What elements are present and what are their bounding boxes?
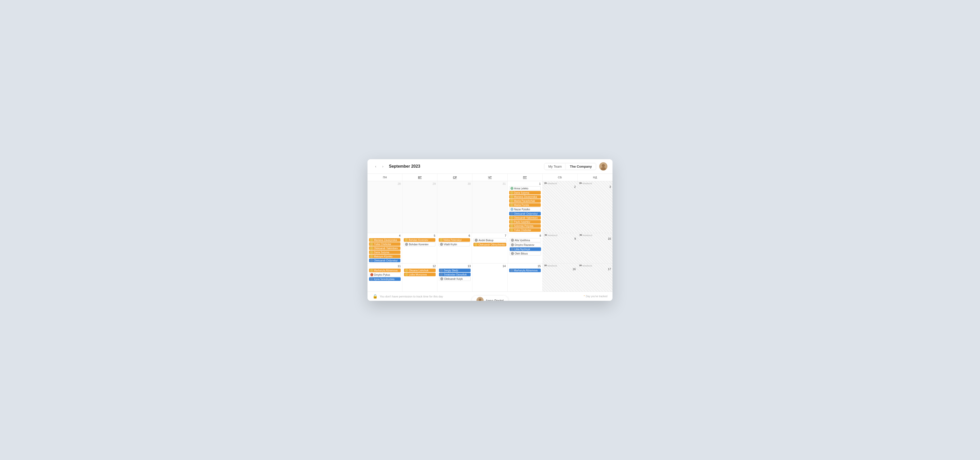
events-day-6: Nikita Pelenskyi Vitalii Krytin [439, 238, 470, 246]
weekend-label: Weekend [579, 234, 611, 236]
event[interactable]: Bohdan Koreniev [404, 238, 435, 242]
day-header-sun: нд [578, 174, 612, 181]
event[interactable]: Mariia Punda [509, 203, 541, 207]
event[interactable]: Oksana Lishchuk [404, 268, 436, 272]
event[interactable]: Dmytro Pykus [369, 273, 401, 277]
events-day-8: Alla Vyelihina Dmytro Riazanov Liliia Ny… [510, 238, 541, 256]
calendar-header: ‹ › September 2023 My Team The Company [368, 159, 612, 174]
view-tabs: My Team The Company [544, 163, 596, 170]
events-day-11: Marharyta Abramova Dmytro Pykus Iryna Se… [369, 268, 401, 281]
event[interactable]: Oleh Bilous [510, 251, 541, 256]
events-day-15: Marharyta Abramova [509, 268, 541, 272]
prev-month-button[interactable]: ‹ [372, 163, 379, 169]
weekend-label: Weekend [579, 265, 611, 267]
event[interactable]: Liliia Nyzhnyk [510, 248, 541, 251]
month-title: September 2023 [389, 164, 544, 169]
day-header-mon: пн [368, 174, 402, 181]
event[interactable]: Mariia Parashchak [509, 199, 541, 203]
day-2[interactable]: Weekend 2 [542, 181, 578, 233]
event[interactable]: Maksym Klymko [369, 254, 401, 258]
event[interactable]: Oleksandr Kulyk [439, 277, 471, 281]
lock-icon: 🔒 [372, 294, 378, 299]
event[interactable]: Alla Vyelihina [510, 238, 541, 242]
event[interactable]: Mariana Zavarynska [509, 195, 541, 198]
permission-text: You don't have permission to track time … [380, 295, 443, 298]
weekend-label: Weekend [544, 265, 576, 267]
event[interactable]: Nikita Pelenskyi [439, 238, 470, 242]
day-10[interactable]: Weekend 10 [578, 233, 612, 263]
event[interactable]: Andrii Biskup [473, 238, 506, 242]
event[interactable]: Pavlo Ivashkiv [509, 220, 541, 224]
events-day-12: Oksana Lishchuk Lidiia Morozova [404, 268, 436, 276]
day-17[interactable]: Weekend 17 [578, 264, 612, 292]
day-header-fri: пт [508, 174, 542, 181]
svg-point-1 [602, 164, 605, 167]
user-avatar[interactable] [599, 162, 608, 171]
day-14[interactable]: 14 [473, 264, 508, 292]
day-28[interactable]: 28 [368, 181, 402, 233]
events-day-7: Andrii Biskup Oleksandr Oliinychenko [473, 238, 506, 246]
day-30[interactable]: 30 [438, 181, 473, 233]
day-13[interactable]: 13 Sergiy Sledz Sviatoslav Davydiuk Olek… [438, 264, 473, 292]
event[interactable]: Daria Sulyma [369, 251, 401, 254]
day-11[interactable]: 11 Marharyta Abramova Dmytro Pykus Iryna… [368, 264, 402, 292]
week-row: 28 29 30 31 1 Anna Leleko Daria Sulyma M… [368, 181, 612, 233]
event[interactable]: Yuliia Chebotar [369, 242, 401, 246]
day-7[interactable]: 7 Andrii Biskup Oleksandr Oliinychenko [472, 233, 508, 263]
event[interactable]: Vitalii Krytin [439, 242, 470, 246]
weekend-label: Weekend [579, 182, 611, 185]
day-5[interactable]: 5 Bohdan Koreniev Bohdan Koreniev [402, 233, 437, 263]
day-3[interactable]: Weekend 3 [578, 181, 612, 233]
user-bar[interactable]: Anna Postol [472, 295, 508, 301]
event[interactable]: Daria Sulyma [509, 191, 541, 195]
calendar-grid: пн вт ср чт пт сб нд 28 29 30 31 1 Anna … [368, 174, 612, 292]
event[interactable]: Sviatoslav Davydiuk [439, 273, 471, 276]
event[interactable]: Marharyta Abramova [369, 268, 401, 272]
day-headers: пн вт ср чт пт сб нд [368, 174, 612, 181]
event[interactable]: Iryna Serednytska [369, 277, 401, 281]
day-12[interactable]: 12 Oksana Lishchuk Lidiia Morozova [402, 264, 438, 292]
week-row: 4 Mariana Zavarynska Yuliia Chebotar Ole… [368, 233, 612, 264]
event[interactable]: Dmytro Riazanov [510, 243, 541, 247]
event[interactable]: Anna Leleko [509, 186, 541, 190]
event[interactable]: Sergiy Sledz [439, 268, 471, 272]
week-row: 11 Marharyta Abramova Dmytro Pykus Iryna… [368, 264, 612, 292]
event[interactable]: Oleksandr Yakimtsev [509, 216, 541, 219]
tracked-text: Day you've tracked [586, 295, 608, 298]
footer-left: 🔒 You don't have permission to track tim… [372, 294, 443, 299]
day-29[interactable]: 29 [402, 181, 438, 233]
event[interactable]: Mariana Zavarynska [369, 238, 401, 242]
day-4[interactable]: 4 Mariana Zavarynska Yuliia Chebotar Ole… [368, 233, 402, 263]
day-8[interactable]: 8 Alla Vyelihina Dmytro Riazanov Liliia … [508, 233, 543, 263]
weekend-label: Weekend [544, 182, 576, 185]
event[interactable]: Oleksandr Oliinychenko [473, 243, 506, 246]
day-header-thu: чт [473, 174, 508, 181]
day-header-wed: ср [438, 174, 473, 181]
day-15[interactable]: 15 Marharyta Abramova [508, 264, 542, 292]
events-day-13: Sergiy Sledz Sviatoslav Davydiuk Oleksan… [439, 268, 471, 281]
day-1[interactable]: 1 Anna Leleko Daria Sulyma Mariana Zavar… [508, 181, 542, 233]
day-header-tue: вт [402, 174, 438, 181]
day-16[interactable]: Weekend 16 [542, 264, 578, 292]
event[interactable]: Solomiia Polyvka [509, 224, 541, 228]
event[interactable]: Oleksandr Ordynskyi [509, 212, 541, 216]
event[interactable]: Nazar Pytulko [509, 207, 541, 211]
nav-arrows: ‹ › [372, 163, 386, 169]
weeks: 28 29 30 31 1 Anna Leleko Daria Sulyma M… [368, 181, 612, 292]
tab-my-team[interactable]: My Team [544, 163, 566, 170]
day-31[interactable]: 31 [473, 181, 508, 233]
event[interactable]: Oleksandr Ordynskyi [369, 259, 401, 262]
event[interactable]: Bohdan Koreniev [404, 242, 435, 246]
user-bar-name: Anna Postol [486, 299, 504, 301]
events-day-4: Mariana Zavarynska Yuliia Chebotar Oleks… [369, 238, 401, 262]
day-9[interactable]: Weekend 9 [543, 233, 578, 263]
next-month-button[interactable]: › [380, 163, 386, 169]
event[interactable]: Lidiia Morozova [404, 273, 436, 276]
tab-the-company[interactable]: The Company [566, 163, 596, 170]
events-day-1: Anna Leleko Daria Sulyma Mariana Zavaryn… [509, 186, 541, 232]
event[interactable]: Oleksandr Yakimtsev [369, 246, 401, 250]
event[interactable]: Yuliia Chebotar [509, 228, 541, 232]
weekend-label: Weekend [544, 234, 576, 236]
day-6[interactable]: 6 Nikita Pelenskyi Vitalii Krytin [437, 233, 472, 263]
event[interactable]: Marharyta Abramova [509, 268, 541, 272]
